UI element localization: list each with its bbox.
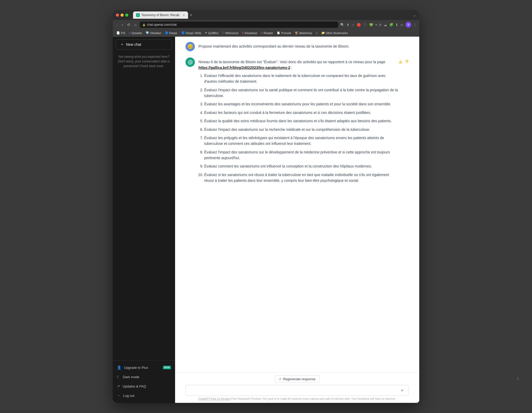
- bookmark-label-readwise: Readwise: [245, 31, 257, 35]
- footer-link[interactable]: ChatGPT Feb 13 Version: [198, 397, 230, 400]
- url-bar[interactable]: 🔒 chat.openai.com/chat: [140, 22, 338, 28]
- close-button[interactable]: [116, 14, 119, 17]
- ai-message-header: Niveau 6 de la taxonomie de Bloom est "É…: [198, 57, 409, 186]
- user-avatar[interactable]: Y: [405, 22, 411, 28]
- activities-list: Évaluez l'efficacité des sanatoriums dan…: [198, 73, 398, 184]
- activity-item-8: Évaluez l'impact des sanatoriums sur le …: [204, 149, 398, 161]
- bookmark-icon[interactable]: ☆: [351, 23, 355, 27]
- sidebar-item-upgrade[interactable]: 👤 Upgrade to Plus NEW: [113, 363, 175, 372]
- bookmark-label-obsidian: Obsidian: [150, 31, 161, 35]
- bookmark-readwise[interactable]: R Readwise: [240, 31, 259, 35]
- activity-item-6: Évaluez l'impact des sanatoriums sur la …: [204, 127, 398, 132]
- bookmark-label-pronote: Pronote: [281, 31, 291, 35]
- thumbs-up-button[interactable]: 👍: [398, 60, 402, 64]
- maximize-button[interactable]: [125, 14, 128, 17]
- tab-favicon: G: [136, 13, 140, 17]
- activity-item-3: Évaluez les avantages et les inconvénien…: [204, 101, 398, 107]
- tab-bar: G Taxonomy of Bloom: Recall. ✕ +: [133, 11, 411, 19]
- bookmark-fis[interactable]: 📄 FIS: [115, 31, 127, 35]
- bookmark-pronote[interactable]: 📋 Pronote: [275, 31, 293, 35]
- quillbot-icon: ✒: [205, 31, 207, 35]
- screen-icon[interactable]: ▭: [400, 23, 403, 27]
- window-controls-right: ⌄: [413, 13, 416, 17]
- download-icon[interactable]: ⬇: [395, 23, 398, 27]
- input-row: ➤: [185, 385, 409, 396]
- tab-close-button[interactable]: ✕: [183, 14, 185, 17]
- bookmark-obsidian[interactable]: 💎 Obsidian: [144, 31, 163, 35]
- minimize-button[interactable]: [121, 14, 124, 17]
- new-tab-button[interactable]: +: [190, 13, 192, 17]
- menu-icon[interactable]: ⋮: [413, 23, 417, 27]
- sidebar-bottom: 👤 Upgrade to Plus NEW ☾ Dark mode ↗ Upda…: [113, 360, 175, 400]
- logout-label: Log out: [123, 394, 134, 398]
- obsidian-icon: 💎: [145, 31, 149, 35]
- lock-icon: 🔒: [142, 23, 145, 26]
- extension-icon-4[interactable]: ≡: [375, 23, 377, 27]
- traffic-lights: [116, 14, 128, 17]
- darkmode-label: Dark mode: [123, 375, 139, 379]
- fis-icon: 📄: [116, 31, 120, 35]
- bookmark-label-whimsical: Whimsical: [225, 31, 238, 35]
- bookmark-quillbot[interactable]: ✒ QuillBot: [203, 31, 220, 35]
- forward-button[interactable]: ›: [121, 22, 124, 27]
- active-tab[interactable]: G Taxonomy of Bloom: Recall. ✕: [133, 11, 188, 19]
- chat-bottom: ↺ Regenerate response ↓ ➤ ChatGPT Feb 13…: [175, 372, 419, 403]
- updates-label: Updates & FAQ: [123, 384, 146, 388]
- regenerate-button[interactable]: ↺ Regenerate response: [275, 375, 319, 383]
- refresh-button[interactable]: ↺: [126, 22, 131, 27]
- thumbs-down-button[interactable]: 👎: [404, 60, 409, 64]
- sidebar-notice: Not seeing what you expected here? Don't…: [113, 52, 175, 71]
- sidebar-item-darkmode[interactable]: ☾ Dark mode: [113, 372, 175, 382]
- ai-intro-text: Niveau 6 de la taxonomie de Bloom est "É…: [198, 60, 385, 64]
- bookmark-reader[interactable]: R Reader: [259, 31, 275, 35]
- regen-icon: ↺: [279, 377, 281, 381]
- darkmode-icon: ☾: [117, 375, 120, 379]
- extension-icon-1[interactable]: 🔴: [357, 23, 361, 27]
- extension-icon-3[interactable]: 💚: [369, 23, 373, 27]
- activity-item-1: Évaluez l'efficacité des sanatoriums dan…: [204, 73, 398, 85]
- extensions-button[interactable]: 🧩: [389, 23, 393, 27]
- app-container: ＋ New chat Not seeing what you expected …: [113, 37, 419, 403]
- bookmark-deepl-write[interactable]: 🔵 DeepL Write: [180, 31, 203, 35]
- whimsical-icon: ⬡: [222, 31, 224, 35]
- user-avatar-chat: 😊: [185, 42, 195, 51]
- home-button[interactable]: ⌂: [133, 22, 137, 27]
- bookmark-more[interactable]: »: [314, 30, 319, 35]
- search-icon[interactable]: 🔍: [340, 23, 344, 27]
- sidebar-item-logout[interactable]: → Log out: [113, 391, 175, 400]
- bookmark-label-dynalist: Dynalist: [132, 31, 142, 35]
- bookmark-dynalist[interactable]: ∞ Dynalist: [127, 31, 143, 35]
- bookmark-other[interactable]: 📁 Other Bookmarks: [320, 31, 350, 35]
- bookmarks-bar: 📄 FIS ∞ Dynalist 💎 Obsidian 🔵 DeepL 🔵 De…: [113, 29, 419, 37]
- back-button[interactable]: ‹: [115, 22, 119, 27]
- plus-icon: ＋: [120, 42, 124, 47]
- share-icon[interactable]: ⬆: [347, 23, 349, 27]
- logout-icon: →: [117, 393, 121, 398]
- new-badge: NEW: [163, 366, 171, 369]
- extension-icon-5[interactable]: K: [379, 23, 382, 27]
- chat-messages: 😊 Propose maintenant des activités corre…: [175, 37, 419, 372]
- pronote-icon: 📋: [277, 31, 280, 35]
- send-button[interactable]: ➤: [400, 387, 405, 393]
- ai-link[interactable]: https://gallica.bnf.fr/blog/24022023/les…: [198, 66, 290, 70]
- sidebar-item-updates[interactable]: ↗ Updates & FAQ: [113, 382, 175, 391]
- chat-input[interactable]: [189, 388, 400, 392]
- deepl-icon: 🔵: [165, 31, 169, 35]
- bookmark-label-fis: FIS: [121, 31, 125, 35]
- ai-message-row: Niveau 6 de la taxonomie de Bloom est "É…: [185, 57, 409, 186]
- bookmark-label-deepl-write: DeepL Write: [186, 31, 202, 35]
- activity-item-10: Évaluez si les sanatoriums ont réussi à …: [204, 172, 398, 184]
- collapse-icon[interactable]: ⌄: [413, 13, 416, 17]
- title-bar: G Taxonomy of Bloom: Recall. ✕ + ⌄: [113, 10, 419, 20]
- new-chat-button[interactable]: ＋ New chat: [116, 39, 172, 50]
- extension-icon-6[interactable]: ☁: [384, 23, 387, 27]
- bookmark-deepl[interactable]: 🔵 DeepL: [163, 31, 179, 35]
- regenerate-bar: ↺ Regenerate response ↓: [185, 375, 409, 383]
- bookmark-label-deepl: DeepL: [169, 31, 178, 35]
- sidebar: ＋ New chat Not seeing what you expected …: [113, 37, 175, 403]
- mailchimp-icon: 🐒: [295, 31, 298, 35]
- bookmark-whimsical[interactable]: ⬡ Whimsical: [220, 31, 240, 35]
- extension-icon-2[interactable]: ⚫: [363, 23, 367, 27]
- bookmark-mailchimp[interactable]: 🐒 Mailchimp: [293, 31, 314, 35]
- ai-avatar-chat: [185, 57, 195, 67]
